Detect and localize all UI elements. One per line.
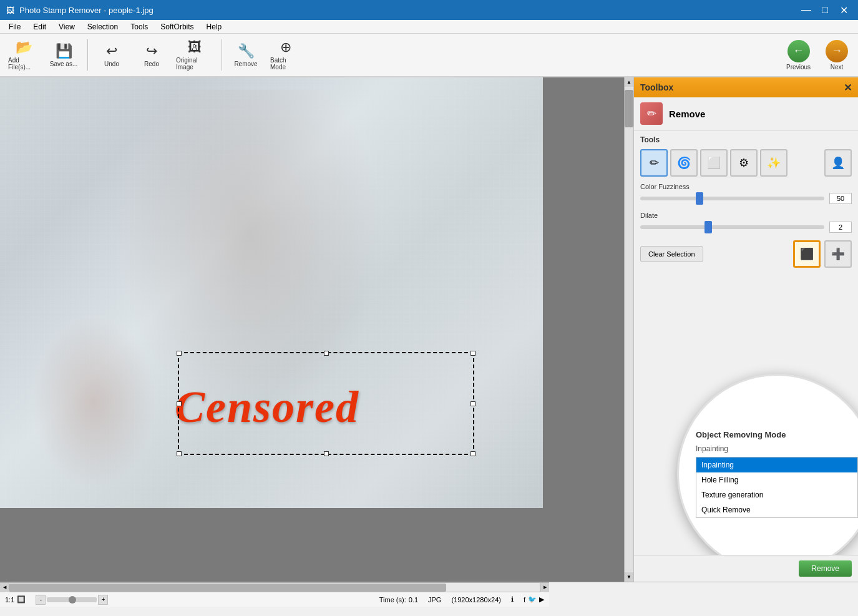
dilate-thumb[interactable]: [704, 221, 712, 233]
photo-image: Censored: [0, 77, 543, 508]
menu-tools[interactable]: Tools: [125, 21, 153, 32]
app-title: Photo Stamp Remover - people-1.jpg: [19, 6, 154, 15]
batch-mode-icon: ⊕: [280, 39, 291, 56]
batch-mode-button[interactable]: ⊕ Batch Mode: [267, 36, 305, 74]
zoom-plus-button[interactable]: +: [98, 595, 108, 605]
titlebar: 🖼 Photo Stamp Remover - people-1.jpg — □…: [0, 0, 858, 20]
dilate-row: Dilate 2: [640, 212, 852, 233]
mode-option-hole-filling[interactable]: Hole Filling: [696, 472, 857, 487]
bottom-bar: ◀ ▶ 1:1 🔲 - + Time (s): 0.1: [0, 582, 858, 607]
scroll-up-arrow[interactable]: ▲: [625, 77, 633, 87]
selection-handle-middle-right[interactable]: [470, 401, 475, 406]
color-fuzziness-label: Color Fuzziness: [640, 183, 852, 190]
selection-mode-add-button[interactable]: ➕: [824, 240, 852, 268]
color-fuzziness-thumb[interactable]: [696, 192, 703, 205]
toolbox-upper: Tools ✏ 🌀 ⬜ ⚙ ✨ 👤 Color Fuzziness 50: [634, 130, 858, 274]
selection-handle-top-right[interactable]: [470, 351, 475, 356]
menu-view[interactable]: View: [54, 21, 80, 32]
toolbar-separator-1: [87, 39, 88, 71]
add-files-label: Add File(s)...: [8, 57, 39, 71]
mode-option-inpainting[interactable]: Inpainting: [696, 457, 857, 472]
maximize-button[interactable]: □: [817, 2, 833, 18]
color-fuzziness-value[interactable]: 50: [829, 193, 852, 204]
mode-option-quick-remove[interactable]: Quick Remove: [696, 502, 857, 517]
undo-button[interactable]: ↩ Undo: [93, 36, 130, 74]
eraser-icon: ✏: [640, 102, 663, 125]
selection-handle-top-middle[interactable]: [324, 351, 329, 356]
zoom-controls: - +: [36, 595, 108, 605]
menu-help[interactable]: Help: [202, 21, 227, 32]
toolbox-header: Toolbox ✕: [634, 77, 858, 97]
selection-handle-bottom-left[interactable]: [177, 451, 182, 456]
previous-button[interactable]: ← Previous: [781, 37, 816, 73]
scroll-right-arrow[interactable]: ▶: [540, 583, 549, 592]
original-image-label: Original Image: [176, 57, 213, 71]
stamp-tool-button[interactable]: 👤: [824, 149, 852, 177]
title-area: 🖼 Photo Stamp Remover - people-1.jpg: [6, 6, 154, 15]
remove-button[interactable]: 🔧 Remove: [227, 36, 265, 74]
menu-softorbits[interactable]: SoftOrbits: [155, 21, 198, 32]
add-files-button[interactable]: 📂 Add File(s)...: [5, 36, 42, 74]
horizontal-scrollbar[interactable]: ◀ ▶: [0, 582, 549, 592]
scroll-down-arrow[interactable]: ▼: [625, 572, 633, 582]
hscroll-track[interactable]: [9, 583, 540, 592]
add-files-icon: 📂: [16, 39, 32, 56]
tools-section-title: Tools: [640, 135, 852, 144]
menu-edit[interactable]: Edit: [28, 21, 51, 32]
dilate-value[interactable]: 2: [829, 222, 852, 233]
original-image-button[interactable]: 🖼 Original Image: [173, 36, 217, 74]
remove-action-button[interactable]: Remove: [799, 560, 852, 577]
clear-selection-button[interactable]: Clear Selection: [640, 246, 703, 262]
scroll-left-arrow[interactable]: ◀: [0, 583, 9, 592]
dimensions-value: (1920x1280x24): [451, 596, 501, 604]
selection-mode-rect-button[interactable]: ⬛: [793, 240, 821, 268]
close-button[interactable]: ✕: [836, 2, 852, 18]
info-button[interactable]: ℹ: [511, 595, 514, 604]
menu-file[interactable]: File: [4, 21, 26, 32]
wand-tool-button[interactable]: ✨: [760, 149, 787, 177]
redo-button[interactable]: ↪ Redo: [133, 36, 170, 74]
minimize-button[interactable]: —: [798, 2, 814, 18]
next-icon: →: [826, 40, 848, 62]
toolbox-close-button[interactable]: ✕: [844, 82, 852, 94]
zoom-value: 1:1: [5, 596, 14, 604]
color-fuzziness-row: Color Fuzziness 50: [640, 183, 852, 204]
hscroll-thumb[interactable]: [9, 584, 446, 592]
vertical-scrollbar[interactable]: ▲ ▼: [624, 77, 633, 582]
rect-select-tool-button[interactable]: ⬜: [700, 149, 728, 177]
menu-selection[interactable]: Selection: [82, 21, 123, 32]
facebook-icon[interactable]: f: [524, 596, 525, 604]
selection-handle-bottom-right[interactable]: [470, 451, 475, 456]
zoom-minus-button[interactable]: -: [36, 595, 46, 605]
dropdown-area: Object Removing Mode Inpainting Inpainti…: [696, 430, 858, 518]
zoom-thumb[interactable]: [69, 596, 76, 604]
canvas-scroll: Censored: [0, 77, 633, 582]
dilate-track[interactable]: [640, 225, 824, 229]
format-status: JPG: [428, 596, 441, 604]
original-image-icon: 🖼: [188, 39, 202, 56]
selection-handle-bottom-middle[interactable]: [324, 451, 329, 456]
next-button[interactable]: → Next: [821, 37, 853, 73]
twitter-icon[interactable]: 🐦: [528, 595, 537, 604]
selection-handle-top-left[interactable]: [177, 351, 182, 356]
magic-tool-button[interactable]: ⚙: [730, 149, 758, 177]
main-area: Censored ▲ ▼ Toolb: [0, 77, 858, 582]
selection-rectangle[interactable]: [178, 352, 474, 455]
remove-section-header: ✏ Remove: [634, 97, 858, 130]
menubar: File Edit View Selection Tools SoftOrbit…: [0, 20, 858, 34]
color-fuzziness-track[interactable]: [640, 197, 824, 200]
selection-handle-middle-left[interactable]: [177, 401, 182, 406]
lasso-tool-button[interactable]: 🌀: [670, 149, 698, 177]
canvas-area[interactable]: Censored ▲ ▼: [0, 77, 633, 582]
next-label: Next: [831, 64, 844, 71]
toolbox-panel-content: Object Removing Mode Inpainting Inpainti…: [634, 274, 858, 555]
toolbox-title: Toolbox: [640, 82, 673, 92]
pencil-tool-button[interactable]: ✏: [640, 149, 668, 177]
mode-option-texture-generation[interactable]: Texture generation: [696, 487, 857, 502]
zoom-track[interactable]: [47, 597, 97, 602]
scroll-thumb-vertical[interactable]: [625, 90, 633, 127]
youtube-icon[interactable]: ▶: [539, 595, 544, 604]
save-as-button[interactable]: 💾 Save as...: [45, 36, 82, 74]
object-removing-dropdown-overlay[interactable]: Object Removing Mode Inpainting Inpainti…: [677, 374, 858, 555]
save-as-label: Save as...: [50, 61, 77, 67]
